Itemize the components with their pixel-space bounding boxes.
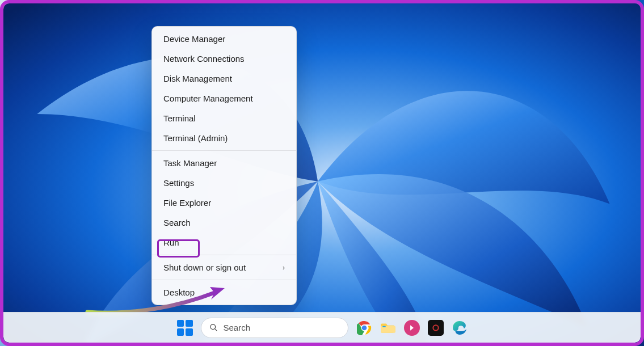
quickmenu-item-label: Run: [163, 238, 179, 247]
quickmenu-item-file-explorer[interactable]: File Explorer: [152, 193, 296, 213]
quickmenu-item-computer-management[interactable]: Computer Management: [152, 88, 296, 108]
quickmenu-item-label: Disk Management: [163, 74, 232, 83]
taskbar-app-chrome[interactable]: [356, 320, 372, 336]
circle-outline-icon: [431, 323, 440, 332]
quickmenu-item-terminal[interactable]: Terminal: [152, 108, 296, 128]
taskbar-app-file-explorer[interactable]: [380, 320, 396, 336]
svg-point-8: [433, 325, 438, 330]
edge-icon: [452, 320, 467, 335]
quickmenu-item-network-connections[interactable]: Network Connections: [152, 49, 296, 69]
quickmenu-item-label: Desktop: [163, 288, 195, 297]
search-icon: [209, 323, 218, 332]
quickmenu-item-desktop[interactable]: Desktop: [152, 282, 296, 302]
quickmenu-item-label: Terminal (Admin): [163, 133, 228, 143]
quickmenu-divider: [152, 255, 296, 255]
search-placeholder: Search: [224, 323, 251, 332]
quickmenu-item-shut-down-or-sign-out[interactable]: Shut down or sign out›: [152, 258, 296, 277]
quickmenu-item-settings[interactable]: Settings: [152, 173, 296, 193]
quickmenu-item-terminal-admin-[interactable]: Terminal (Admin): [152, 128, 296, 148]
quickmenu-item-device-manager[interactable]: Device Manager: [152, 29, 296, 49]
quickmenu-divider: [152, 150, 296, 151]
svg-line-2: [214, 328, 217, 331]
taskbar-app-generic-2[interactable]: [428, 320, 444, 336]
quickmenu-item-disk-management[interactable]: Disk Management: [152, 69, 296, 88]
chevron-right-icon: ›: [283, 264, 285, 272]
quickmenu-item-search[interactable]: Search: [152, 213, 296, 233]
taskbar: Search: [3, 312, 641, 343]
quickmenu-item-run[interactable]: Run: [152, 233, 296, 252]
quickmenu-item-label: Network Connections: [163, 54, 245, 64]
quickmenu-item-label: Settings: [163, 178, 194, 188]
chevron-right-icon: [408, 324, 416, 332]
quickmenu-item-label: Shut down or sign out: [163, 263, 246, 272]
quickmenu-item-label: Computer Management: [163, 94, 253, 103]
quickmenu-item-label: Search: [163, 218, 191, 227]
chrome-icon: [357, 320, 372, 335]
quickmenu-divider: [152, 280, 296, 280]
taskbar-app-generic-1[interactable]: [404, 320, 420, 336]
quickmenu-item-label: Device Manager: [163, 34, 225, 44]
start-button[interactable]: [177, 320, 193, 336]
taskbar-search[interactable]: Search: [201, 318, 348, 338]
taskbar-app-edge[interactable]: [452, 320, 468, 336]
folder-icon: [381, 322, 395, 334]
desktop-wallpaper: [3, 3, 641, 343]
quickmenu-item-label: File Explorer: [163, 198, 211, 208]
quickmenu-item-label: Task Manager: [163, 158, 217, 168]
svg-point-1: [210, 324, 215, 330]
svg-rect-7: [382, 326, 385, 327]
quickmenu-item-task-manager[interactable]: Task Manager: [152, 153, 296, 173]
quickmenu-item-label: Terminal: [163, 113, 196, 123]
power-user-menu: Device ManagerNetwork ConnectionsDisk Ma…: [151, 26, 297, 305]
